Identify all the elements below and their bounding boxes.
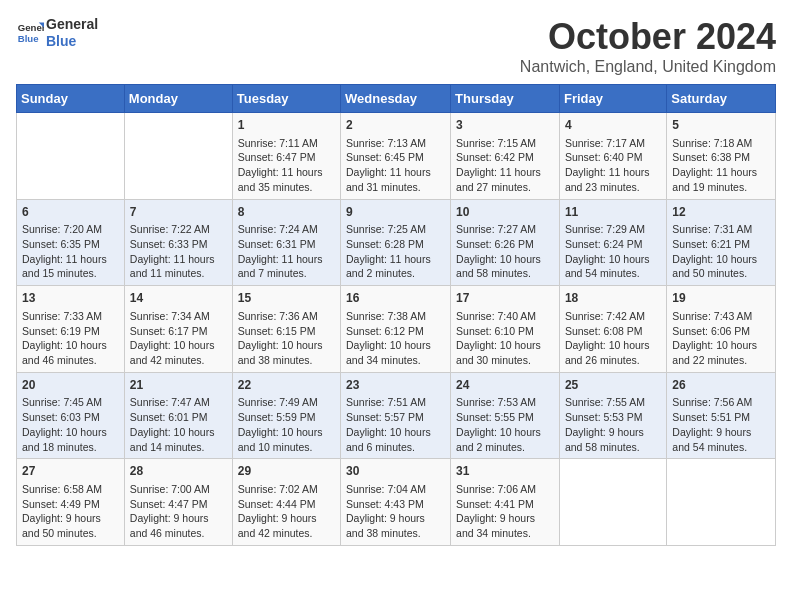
calendar-cell: 31 Sunrise: 7:06 AM Sunset: 4:41 PM Dayl…: [451, 459, 560, 546]
daylight: Daylight: 10 hours and 6 minutes.: [346, 426, 431, 453]
sunset: Sunset: 6:26 PM: [456, 238, 534, 250]
daylight: Daylight: 10 hours and 18 minutes.: [22, 426, 107, 453]
logo-text: General Blue: [46, 16, 98, 50]
sunset: Sunset: 6:01 PM: [130, 411, 208, 423]
calendar-cell: [17, 113, 125, 200]
sunset: Sunset: 6:47 PM: [238, 151, 316, 163]
daylight: Daylight: 11 hours and 7 minutes.: [238, 253, 323, 280]
sunrise: Sunrise: 7:13 AM: [346, 137, 426, 149]
day-header-monday: Monday: [124, 85, 232, 113]
sunrise: Sunrise: 7:34 AM: [130, 310, 210, 322]
calendar-cell: 6 Sunrise: 7:20 AM Sunset: 6:35 PM Dayli…: [17, 199, 125, 286]
daylight: Daylight: 10 hours and 2 minutes.: [456, 426, 541, 453]
day-number: 14: [130, 290, 227, 307]
day-number: 27: [22, 463, 119, 480]
sunset: Sunset: 6:31 PM: [238, 238, 316, 250]
page-header: General Blue General Blue October 2024 N…: [16, 16, 776, 76]
sunrise: Sunrise: 7:24 AM: [238, 223, 318, 235]
day-number: 1: [238, 117, 335, 134]
day-number: 21: [130, 377, 227, 394]
sunset: Sunset: 6:45 PM: [346, 151, 424, 163]
sunset: Sunset: 6:33 PM: [130, 238, 208, 250]
daylight: Daylight: 10 hours and 58 minutes.: [456, 253, 541, 280]
day-header-thursday: Thursday: [451, 85, 560, 113]
sunset: Sunset: 6:21 PM: [672, 238, 750, 250]
sunrise: Sunrise: 7:27 AM: [456, 223, 536, 235]
sunrise: Sunrise: 7:43 AM: [672, 310, 752, 322]
sunset: Sunset: 5:55 PM: [456, 411, 534, 423]
sunrise: Sunrise: 7:25 AM: [346, 223, 426, 235]
sunrise: Sunrise: 7:55 AM: [565, 396, 645, 408]
calendar-cell: 9 Sunrise: 7:25 AM Sunset: 6:28 PM Dayli…: [341, 199, 451, 286]
week-row-5: 27 Sunrise: 6:58 AM Sunset: 4:49 PM Dayl…: [17, 459, 776, 546]
daylight: Daylight: 10 hours and 14 minutes.: [130, 426, 215, 453]
sunset: Sunset: 6:17 PM: [130, 325, 208, 337]
day-number: 4: [565, 117, 661, 134]
sunrise: Sunrise: 7:36 AM: [238, 310, 318, 322]
daylight: Daylight: 9 hours and 38 minutes.: [346, 512, 425, 539]
calendar-cell: 14 Sunrise: 7:34 AM Sunset: 6:17 PM Dayl…: [124, 286, 232, 373]
logo-icon: General Blue: [16, 19, 44, 47]
calendar-cell: 25 Sunrise: 7:55 AM Sunset: 5:53 PM Dayl…: [559, 372, 666, 459]
day-number: 8: [238, 204, 335, 221]
calendar-cell: 12 Sunrise: 7:31 AM Sunset: 6:21 PM Dayl…: [667, 199, 776, 286]
day-number: 20: [22, 377, 119, 394]
sunrise: Sunrise: 7:49 AM: [238, 396, 318, 408]
daylight: Daylight: 11 hours and 35 minutes.: [238, 166, 323, 193]
day-number: 13: [22, 290, 119, 307]
calendar-cell: 27 Sunrise: 6:58 AM Sunset: 4:49 PM Dayl…: [17, 459, 125, 546]
day-header-friday: Friday: [559, 85, 666, 113]
sunrise: Sunrise: 7:15 AM: [456, 137, 536, 149]
sunrise: Sunrise: 7:47 AM: [130, 396, 210, 408]
sunset: Sunset: 5:57 PM: [346, 411, 424, 423]
month-title: October 2024: [520, 16, 776, 58]
calendar-cell: 18 Sunrise: 7:42 AM Sunset: 6:08 PM Dayl…: [559, 286, 666, 373]
calendar-cell: 28 Sunrise: 7:00 AM Sunset: 4:47 PM Dayl…: [124, 459, 232, 546]
sunrise: Sunrise: 7:18 AM: [672, 137, 752, 149]
daylight: Daylight: 10 hours and 22 minutes.: [672, 339, 757, 366]
day-number: 11: [565, 204, 661, 221]
calendar-cell: 13 Sunrise: 7:33 AM Sunset: 6:19 PM Dayl…: [17, 286, 125, 373]
logo-line2: Blue: [46, 33, 98, 50]
calendar-cell: 30 Sunrise: 7:04 AM Sunset: 4:43 PM Dayl…: [341, 459, 451, 546]
sunrise: Sunrise: 7:33 AM: [22, 310, 102, 322]
day-number: 26: [672, 377, 770, 394]
location-subtitle: Nantwich, England, United Kingdom: [520, 58, 776, 76]
day-number: 5: [672, 117, 770, 134]
sunrise: Sunrise: 7:29 AM: [565, 223, 645, 235]
sunrise: Sunrise: 6:58 AM: [22, 483, 102, 495]
daylight: Daylight: 11 hours and 2 minutes.: [346, 253, 431, 280]
day-number: 19: [672, 290, 770, 307]
calendar-cell: 3 Sunrise: 7:15 AM Sunset: 6:42 PM Dayli…: [451, 113, 560, 200]
svg-text:Blue: Blue: [18, 33, 39, 44]
sunrise: Sunrise: 7:40 AM: [456, 310, 536, 322]
sunrise: Sunrise: 7:02 AM: [238, 483, 318, 495]
day-number: 17: [456, 290, 554, 307]
daylight: Daylight: 9 hours and 58 minutes.: [565, 426, 644, 453]
calendar-cell: 7 Sunrise: 7:22 AM Sunset: 6:33 PM Dayli…: [124, 199, 232, 286]
sunset: Sunset: 4:44 PM: [238, 498, 316, 510]
daylight: Daylight: 10 hours and 42 minutes.: [130, 339, 215, 366]
days-of-week-row: SundayMondayTuesdayWednesdayThursdayFrid…: [17, 85, 776, 113]
day-header-saturday: Saturday: [667, 85, 776, 113]
sunset: Sunset: 6:42 PM: [456, 151, 534, 163]
sunset: Sunset: 6:12 PM: [346, 325, 424, 337]
sunset: Sunset: 4:47 PM: [130, 498, 208, 510]
sunrise: Sunrise: 7:04 AM: [346, 483, 426, 495]
sunset: Sunset: 6:08 PM: [565, 325, 643, 337]
sunrise: Sunrise: 7:17 AM: [565, 137, 645, 149]
day-header-tuesday: Tuesday: [232, 85, 340, 113]
sunset: Sunset: 6:28 PM: [346, 238, 424, 250]
sunrise: Sunrise: 7:22 AM: [130, 223, 210, 235]
day-number: 22: [238, 377, 335, 394]
sunset: Sunset: 6:10 PM: [456, 325, 534, 337]
daylight: Daylight: 10 hours and 34 minutes.: [346, 339, 431, 366]
sunset: Sunset: 6:38 PM: [672, 151, 750, 163]
daylight: Daylight: 10 hours and 10 minutes.: [238, 426, 323, 453]
sunrise: Sunrise: 7:51 AM: [346, 396, 426, 408]
calendar-cell: 23 Sunrise: 7:51 AM Sunset: 5:57 PM Dayl…: [341, 372, 451, 459]
sunrise: Sunrise: 7:20 AM: [22, 223, 102, 235]
sunset: Sunset: 6:06 PM: [672, 325, 750, 337]
calendar-cell: 11 Sunrise: 7:29 AM Sunset: 6:24 PM Dayl…: [559, 199, 666, 286]
sunset: Sunset: 6:35 PM: [22, 238, 100, 250]
